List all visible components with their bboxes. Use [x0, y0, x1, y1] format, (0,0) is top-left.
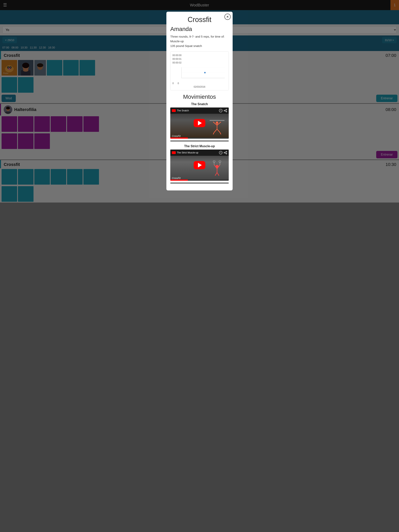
modal-wod-name: Amanda [170, 26, 229, 32]
crossfit-watermark-snatch: CrossFit [172, 135, 180, 138]
movimientos-title: Movimientos [170, 94, 229, 100]
svg-line-44 [217, 129, 220, 133]
chart-num-0: 0 [172, 82, 174, 85]
divider-1 [170, 141, 229, 141]
chart-nums: 0 0 [172, 82, 227, 85]
crossfit-watermark-muscleup: CrossFit [172, 177, 180, 180]
svg-point-52 [224, 152, 225, 153]
youtube-icon-snatch [172, 109, 176, 112]
svg-rect-38 [225, 119, 227, 122]
snatch-figure [207, 118, 227, 136]
modal-desc-line1: Three rounds, 9-7- and 5 reps, for time … [170, 35, 225, 38]
chart-y-2: 00:00:02 [172, 61, 227, 65]
svg-line-30 [221, 111, 221, 111]
chart-x-label: 02/03/2016 [172, 85, 227, 88]
clock-icon-2 [219, 151, 223, 154]
svg-point-56 [219, 160, 221, 162]
video-title-text-snatch: The Snatch [177, 109, 219, 112]
chart-y-labels: 00:00:00 00:00:01 00:00:02 [172, 54, 227, 65]
video-progress-snatch [170, 138, 229, 139]
modal-sport-title: Crossfit [170, 16, 229, 24]
svg-point-55 [213, 160, 215, 162]
video-top-bar-snatch: The Snatch [170, 108, 229, 114]
svg-rect-36 [208, 120, 226, 121]
svg-rect-37 [207, 119, 210, 122]
svg-point-32 [226, 111, 227, 112]
modal-desc-line2: Muscle-up [170, 39, 184, 43]
share-icon [224, 109, 227, 112]
svg-line-43 [214, 129, 217, 133]
video-label-1: The Strict Muscle-up [170, 145, 229, 148]
chart-svg [172, 65, 227, 80]
modal-overlay: × Crossfit Amanda Three rounds, 9-7- and… [0, 0, 399, 532]
video-inner-snatch: The Snatch [170, 108, 229, 139]
clock-icon [219, 109, 223, 112]
video-title-text-muscleup: The Strict Muscle-up [177, 151, 219, 154]
chart-y-0: 00:00:00 [172, 54, 227, 57]
svg-point-50 [226, 151, 227, 152]
chart-y-1: 00:00:01 [172, 57, 227, 61]
svg-point-31 [226, 109, 227, 110]
video-inner-muscleup: The Strict Muscle-up [170, 150, 229, 181]
video-label-0: The Snatch [170, 102, 229, 106]
svg-point-27 [204, 72, 206, 73]
svg-point-33 [224, 110, 225, 111]
play-button-snatch[interactable] [194, 119, 205, 127]
modal-desc-line3: 135 pound Squat snatch [170, 44, 202, 48]
modal-close-button[interactable]: × [225, 14, 231, 20]
video-top-bar-muscleup: The Strict Muscle-up [170, 150, 229, 156]
youtube-icon-muscleup [172, 151, 176, 154]
svg-line-45 [213, 133, 214, 134]
play-button-muscleup[interactable] [194, 161, 205, 169]
video-thumb-muscleup[interactable]: The Strict Muscle-up [170, 150, 229, 181]
divider-2 [170, 183, 229, 184]
wod-chart: 00:00:00 00:00:01 00:00:02 0 0 02/03/201… [170, 51, 229, 90]
svg-line-54 [225, 153, 226, 153]
svg-line-46 [220, 133, 221, 134]
share-icon-2 [224, 151, 227, 154]
video-progress-muscleup [170, 180, 229, 181]
svg-line-64 [217, 172, 219, 176]
video-thumb-snatch[interactable]: The Snatch [170, 108, 229, 139]
svg-point-39 [216, 121, 218, 124]
chart-num-1: 0 [178, 82, 179, 85]
svg-line-35 [225, 111, 226, 111]
svg-line-63 [215, 172, 217, 176]
svg-line-34 [225, 110, 226, 110]
muscleup-figure [207, 160, 227, 178]
modal-description: Three rounds, 9-7- and 5 reps, for time … [170, 34, 229, 48]
svg-point-51 [226, 153, 227, 154]
svg-line-49 [221, 153, 221, 153]
svg-line-53 [225, 152, 226, 152]
wod-modal: × Crossfit Amanda Three rounds, 9-7- and… [166, 12, 233, 190]
